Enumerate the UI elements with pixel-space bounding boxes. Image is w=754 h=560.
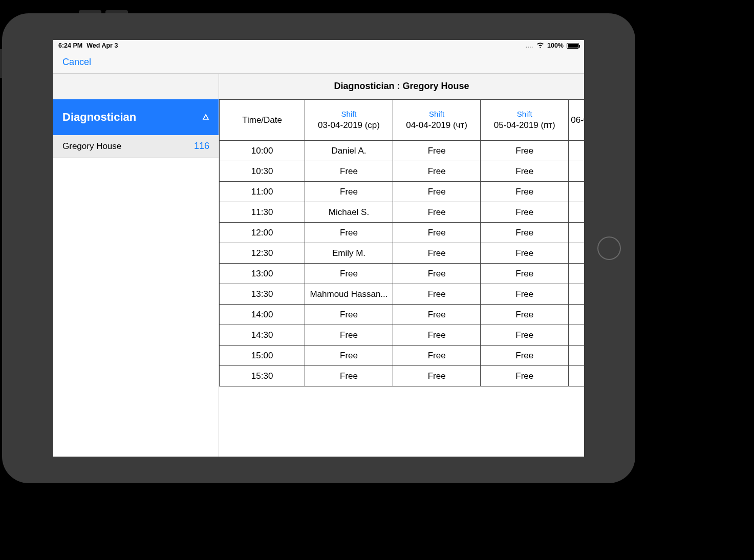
time-cell: 12:30 — [220, 243, 305, 264]
slot-free[interactable]: Free — [305, 161, 393, 182]
slot-free[interactable]: Free — [393, 243, 481, 264]
time-cell: 14:00 — [220, 305, 305, 325]
slot-free[interactable]: Free — [481, 161, 569, 182]
header-date-label: 05-04-2019 (пт) — [494, 120, 555, 131]
slot-blocked — [569, 366, 584, 386]
sidebar-item-label: Gregory House — [62, 141, 121, 152]
slot-free[interactable]: Free — [481, 243, 569, 264]
shift-link[interactable]: Shift — [429, 110, 444, 118]
slot-blocked — [569, 202, 584, 223]
sidebar-header[interactable]: Diagnostician — [53, 99, 219, 135]
sidebar-item-count: 116 — [194, 141, 209, 152]
slot-blocked — [569, 305, 584, 325]
slot-blocked — [569, 161, 584, 182]
time-cell: 12:00 — [220, 223, 305, 243]
slot-free[interactable]: Free — [481, 305, 569, 325]
slot-blocked — [569, 346, 584, 366]
slot-free[interactable]: Free — [305, 223, 393, 243]
header-day: Shift03-04-2019 (ср) — [305, 100, 393, 141]
slot-free[interactable]: Free — [481, 284, 569, 305]
header-time-date: Time/Date — [220, 100, 305, 141]
sidebar-item-diagnostician[interactable]: Gregory House 116 — [53, 135, 219, 158]
slot-booked[interactable]: Mahmoud Hassan... — [305, 284, 393, 305]
slot-free[interactable]: Free — [305, 182, 393, 202]
device-button — [0, 49, 2, 78]
wifi-icon — [536, 42, 544, 49]
slot-free[interactable]: Free — [393, 202, 481, 223]
slot-free[interactable]: Free — [393, 161, 481, 182]
slot-free[interactable]: Free — [481, 141, 569, 161]
slot-free[interactable]: Free — [393, 223, 481, 243]
slot-free[interactable]: Free — [305, 346, 393, 366]
slot-blocked — [569, 325, 584, 346]
cancel-button[interactable]: Cancel — [62, 57, 91, 68]
home-button[interactable] — [597, 236, 621, 260]
sidebar: Diagnostician Gregory House 116 — [53, 74, 219, 457]
slot-free[interactable]: Free — [393, 284, 481, 305]
cellular-dots-icon: .... — [526, 43, 533, 49]
shift-link[interactable]: Shift — [341, 110, 356, 118]
status-date: Wed Apr 3 — [87, 42, 118, 49]
slot-free[interactable]: Free — [481, 223, 569, 243]
header-day: Shift05-04-2019 (пт) — [481, 100, 569, 141]
slot-free[interactable]: Free — [481, 202, 569, 223]
time-cell: 10:30 — [220, 161, 305, 182]
nav-bar: Cancel — [53, 51, 584, 74]
header-date-label: 04-04-2019 (чт) — [406, 120, 467, 131]
time-cell: 15:30 — [220, 366, 305, 386]
time-cell: 13:30 — [220, 284, 305, 305]
slot-blocked — [569, 223, 584, 243]
shift-link[interactable]: Shift — [517, 110, 532, 118]
slot-free[interactable]: Free — [393, 325, 481, 346]
battery-percent: 100% — [547, 42, 564, 49]
status-bar: 6:24 PM Wed Apr 3 .... 100% — [53, 40, 584, 51]
header-date-label: 06-04-201 — [571, 115, 584, 125]
slot-blocked — [569, 182, 584, 202]
header-date-label: 03-04-2019 (ср) — [318, 120, 380, 131]
sort-ascending-icon — [202, 114, 209, 121]
slot-free[interactable]: Free — [393, 141, 481, 161]
main-panel: Diagnostician : Gregory House Time/DateS… — [219, 74, 584, 457]
sidebar-header-label: Diagnostician — [62, 111, 136, 124]
slot-free[interactable]: Free — [305, 366, 393, 386]
header-day: Shift04-04-2019 (чт) — [393, 100, 481, 141]
device-button — [79, 10, 101, 13]
slot-booked[interactable]: Emily M. — [305, 243, 393, 264]
time-cell: 11:00 — [220, 182, 305, 202]
slot-free[interactable]: Free — [305, 325, 393, 346]
slot-free[interactable]: Free — [305, 264, 393, 284]
status-time: 6:24 PM — [58, 42, 82, 49]
slot-blocked — [569, 243, 584, 264]
header-day: 06-04-201 — [569, 100, 584, 141]
time-cell: 10:00 — [220, 141, 305, 161]
slot-free[interactable]: Free — [393, 305, 481, 325]
device-button — [105, 10, 128, 13]
sidebar-top-spacer — [53, 74, 219, 99]
schedule-grid: Time/DateShift03-04-2019 (ср)Shift04-04-… — [219, 99, 584, 457]
slot-free[interactable]: Free — [393, 366, 481, 386]
slot-free[interactable]: Free — [393, 346, 481, 366]
time-cell: 15:00 — [220, 346, 305, 366]
time-cell: 14:30 — [220, 325, 305, 346]
main-title: Diagnostician : Gregory House — [219, 74, 584, 99]
slot-free[interactable]: Free — [305, 305, 393, 325]
time-cell: 11:30 — [220, 202, 305, 223]
slot-blocked — [569, 141, 584, 161]
slot-free[interactable]: Free — [481, 325, 569, 346]
slot-free[interactable]: Free — [481, 366, 569, 386]
time-cell: 13:00 — [220, 264, 305, 284]
slot-free[interactable]: Free — [481, 264, 569, 284]
slot-free[interactable]: Free — [393, 264, 481, 284]
ipad-frame: 6:24 PM Wed Apr 3 .... 100% Cancel — [2, 13, 635, 483]
screen: 6:24 PM Wed Apr 3 .... 100% Cancel — [53, 40, 584, 457]
slot-blocked — [569, 264, 584, 284]
slot-blocked — [569, 284, 584, 305]
battery-icon — [567, 43, 579, 49]
slot-free[interactable]: Free — [481, 182, 569, 202]
slot-booked[interactable]: Daniel A. — [305, 141, 393, 161]
slot-free[interactable]: Free — [481, 346, 569, 366]
slot-free[interactable]: Free — [393, 182, 481, 202]
slot-booked[interactable]: Michael S. — [305, 202, 393, 223]
